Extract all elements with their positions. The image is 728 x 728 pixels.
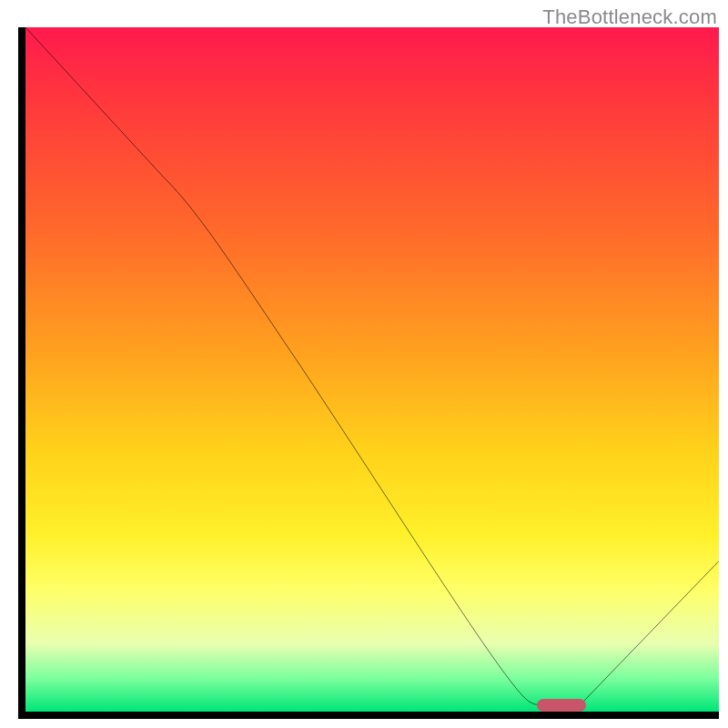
axes-frame: [18, 27, 719, 719]
plot-area: [18, 27, 719, 719]
chart-container: TheBottleneck.com: [0, 0, 728, 728]
watermark-text: TheBottleneck.com: [542, 5, 717, 29]
